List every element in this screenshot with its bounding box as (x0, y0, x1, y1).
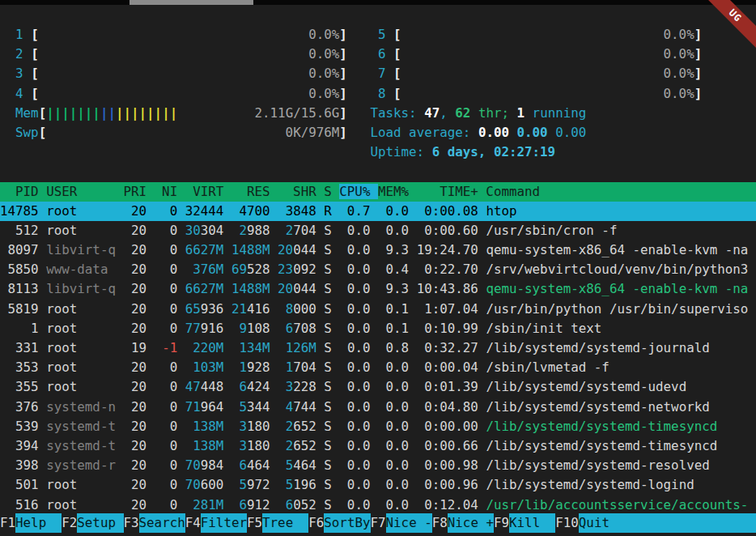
fkey-f1[interactable]: F1Help (0, 513, 62, 533)
process-row[interactable]: 398 systemd-r 20 0 70984 6464 5464 S 0.0… (0, 456, 756, 475)
process-row[interactable]: 353 root 20 0 103M 1928 1704 S 0.0 0.0 0… (0, 358, 756, 377)
cpu-meter-row-2: 2 [ 0.0%] 6 [ 0.0%] (0, 45, 756, 64)
fkey-f10[interactable]: F10Quit (555, 513, 756, 533)
fkey-f6[interactable]: F6SortBy (308, 513, 370, 533)
cpu-meter-row-4: 4 [ 0.0%] 8 [ 0.0%] (0, 84, 756, 104)
fkey-label: Quit (579, 513, 756, 533)
process-table-header[interactable]: PID USER PRI NI VIRT RES SHR S CPU% MEM%… (0, 182, 756, 202)
fkey-label: Nice - (386, 513, 432, 533)
fkey-key: F9 (494, 513, 509, 533)
process-row[interactable]: 539 systemd-t 20 0 138M 3180 2652 S 0.0 … (0, 417, 756, 436)
uptime-row: Uptime: 6 days, 02:27:19 (0, 143, 756, 162)
htop-terminal-screen: 1 [ 0.0%] 5 [ 0.0%] 2 [ 0.0%] 6 [ 0.0%] … (0, 0, 756, 536)
fkey-f9[interactable]: F9Kill (494, 513, 555, 533)
mem-meter-tasks-row: Mem[||||||||||||||||| 2.11G/15.6G] Tasks… (0, 104, 756, 123)
swp-meter-load-row: Swp[ 0K/976M] Load average: 0.00 0.00 0.… (0, 123, 756, 143)
sort-column-cpu[interactable]: CPU% (339, 184, 378, 199)
process-row[interactable]: 331 root 19 -1 220M 134M 126M S 0.0 0.8 … (0, 338, 756, 358)
fkey-f3[interactable]: F3Search (124, 513, 185, 533)
process-row[interactable]: 394 systemd-t 20 0 138M 3180 2652 S 0.0 … (0, 436, 756, 456)
fkey-f8[interactable]: F8Nice + (432, 513, 494, 533)
process-row[interactable]: 512 root 20 0 30304 2988 2704 S 0.0 0.0 … (0, 221, 756, 240)
fkey-f7[interactable]: F7Nice - (371, 513, 432, 533)
fkey-label: SortBy (324, 513, 370, 533)
fkey-label: Setup (77, 513, 123, 533)
fkey-label: Search (139, 513, 185, 533)
blank-line (0, 162, 756, 181)
process-row-selected[interactable]: 14785 root 20 0 32444 4700 3848 R 0.7 0.… (0, 202, 756, 221)
fkey-key: F6 (308, 513, 324, 533)
process-row[interactable]: 5819 root 20 0 65936 21416 8000 S 0.0 0.… (0, 300, 756, 319)
process-row[interactable]: 5850 www-data 20 0 376M 69528 23092 S 0.… (0, 260, 756, 279)
fkey-key: F1 (0, 513, 15, 533)
process-table: 14785 root 20 0 32444 4700 3848 R 0.7 0.… (0, 202, 756, 515)
fkey-key: F4 (185, 513, 201, 533)
window-top-strip (0, 0, 756, 5)
fkey-label: Kill (509, 513, 555, 533)
meter-area: 1 [ 0.0%] 5 [ 0.0%] 2 [ 0.0%] 6 [ 0.0%] … (0, 25, 756, 162)
fkey-key: F2 (62, 513, 77, 533)
fkey-label: Nice + (448, 513, 494, 533)
terminal-content: 1 [ 0.0%] 5 [ 0.0%] 2 [ 0.0%] 6 [ 0.0%] … (0, 25, 756, 515)
fkey-key: F3 (124, 513, 139, 533)
fkey-label: Help (15, 513, 62, 533)
fkey-label: Tree (262, 513, 308, 533)
fkey-f2[interactable]: F2Setup (62, 513, 123, 533)
process-row[interactable]: 501 root 20 0 70600 5972 5196 S 0.0 0.0 … (0, 475, 756, 495)
terminal-tab-remnant (130, 0, 253, 5)
process-row[interactable]: 8113 libvirt-q 20 0 6627M 1488M 20044 S … (0, 279, 756, 299)
fkey-key: F7 (371, 513, 386, 533)
process-row[interactable]: 8097 libvirt-q 20 0 6627M 1488M 20044 S … (0, 240, 756, 260)
cpu-meter-row-1: 1 [ 0.0%] 5 [ 0.0%] (0, 25, 756, 45)
process-row[interactable]: 1 root 20 0 77916 9108 6708 S 0.0 0.1 0:… (0, 319, 756, 338)
fkey-key: F5 (247, 513, 262, 533)
fkey-f4[interactable]: F4Filter (185, 513, 247, 533)
function-key-bar: F1Help F2Setup F3SearchF4FilterF5Tree F6… (0, 513, 756, 533)
process-row[interactable]: 376 systemd-n 20 0 71964 5344 4744 S 0.0… (0, 398, 756, 417)
fkey-key: F10 (555, 513, 579, 533)
fkey-f5[interactable]: F5Tree (247, 513, 308, 533)
cpu-meter-row-3: 3 [ 0.0%] 7 [ 0.0%] (0, 64, 756, 83)
fkey-label: Filter (201, 513, 247, 533)
process-row[interactable]: 516 root 20 0 281M 6912 6052 S 0.0 0.0 0… (0, 496, 756, 515)
process-row[interactable]: 355 root 20 0 47448 6424 3228 S 0.0 0.0 … (0, 377, 756, 397)
fkey-key: F8 (432, 513, 448, 533)
